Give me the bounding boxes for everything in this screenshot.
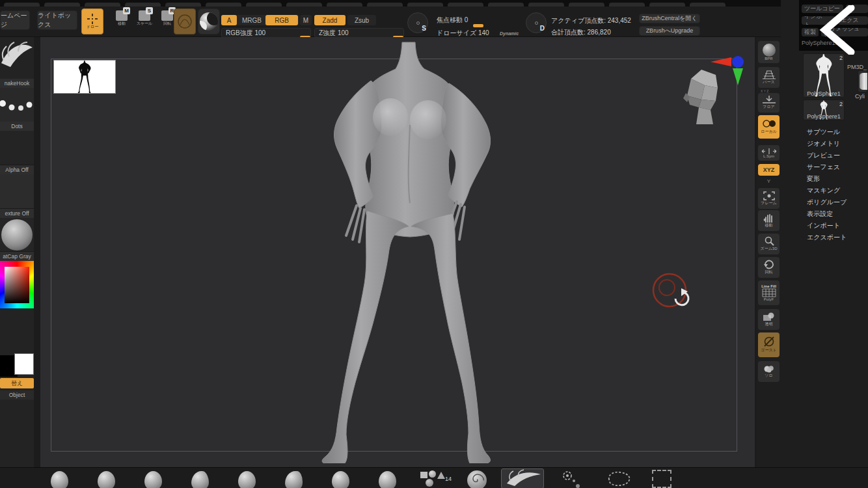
alpha-selector[interactable] (0, 131, 34, 165)
brush-thumb[interactable] (285, 471, 303, 488)
figure-silhouette-icon (54, 61, 115, 93)
focal-shift-slider[interactable]: 焦点移動 0 (433, 15, 520, 25)
current-brush-button[interactable] (174, 8, 196, 34)
canvas-viewport[interactable] (40, 37, 755, 467)
sphere-icon (426, 479, 433, 487)
stroke-type-thumb[interactable] (558, 469, 582, 488)
section-import[interactable]: インポート (804, 220, 847, 232)
scale-icon: S (139, 10, 150, 21)
object-label[interactable]: Object (0, 390, 34, 400)
material-selector[interactable] (0, 218, 34, 252)
selected-brush-thumb[interactable] (501, 468, 544, 488)
solo-cloud-icon (763, 364, 776, 373)
x-axis-cone[interactable] (711, 57, 731, 66)
scale-mode-button[interactable]: S スケール (135, 10, 154, 33)
move-mode-button[interactable]: M 移動 (112, 10, 131, 33)
draw-crosshair-icon (87, 14, 98, 24)
document-preview-thumb[interactable] (53, 60, 116, 94)
lightbox-button[interactable]: ライトボックス (37, 10, 77, 30)
brush-thumb[interactable] (191, 471, 209, 488)
dynamic-label[interactable]: Dynamic (500, 31, 519, 36)
frame-button[interactable]: フレーム (758, 188, 780, 209)
back-chevron-overlay[interactable] (813, 5, 859, 55)
zadd-toggle[interactable]: Zadd (314, 15, 346, 25)
local-button[interactable]: ローカル (758, 115, 780, 139)
a-toggle[interactable]: A (221, 15, 237, 25)
perspective-button[interactable]: パース (758, 67, 780, 88)
texture-selector[interactable] (0, 174, 34, 209)
move-view-button[interactable]: 移動 (758, 210, 780, 231)
solo-button[interactable]: ソロ (758, 361, 780, 382)
y-sym-label: Y (767, 178, 770, 184)
section-geometry[interactable]: ジオメトリ (804, 138, 847, 150)
section-masking[interactable]: マスキング (804, 185, 847, 197)
mrgb-toggle[interactable]: MRGB (242, 17, 262, 24)
y-axis-cone[interactable] (733, 68, 743, 85)
active-tool-thumb[interactable]: 2 PolySphere1 (803, 53, 845, 98)
section-preview[interactable]: プレビュー (804, 150, 847, 161)
rgb-toggle[interactable]: RGB (265, 15, 298, 25)
section-subtool[interactable]: サブツール (804, 126, 847, 138)
switch-color-button[interactable]: 替え (0, 378, 34, 388)
perspective-icon (762, 70, 776, 79)
tool-thumb-2[interactable]: 2 PolySphere1 (803, 100, 845, 120)
section-surface[interactable]: サーフェス (804, 161, 847, 173)
brush-thumb[interactable] (238, 471, 256, 488)
sculptris-gyro-button[interactable]: S (407, 12, 428, 33)
solo-label: ソロ (765, 373, 772, 379)
y-sym-button[interactable]: Y (758, 177, 780, 185)
m-toggle[interactable]: M (300, 15, 312, 25)
primary-color-swatch[interactable] (14, 353, 34, 375)
rgb-intensity-slider[interactable]: RGB強度 100 (221, 28, 311, 38)
brush-thumb[interactable] (332, 471, 349, 488)
ghost-button[interactable]: ゴースト (758, 332, 780, 357)
section-polygroups[interactable]: ポリグループ (804, 197, 847, 208)
current-material-button[interactable] (198, 8, 220, 34)
brush-thumb[interactable] (144, 471, 162, 488)
color-picker[interactable] (0, 261, 34, 309)
transparency-button[interactable]: 透明 (758, 309, 780, 330)
cylinder-tool-thumb[interactable] (858, 70, 868, 92)
right-shelf: BPR パース X Y Z フロア ローカル L.Sym XYZ Y フレーム … (757, 37, 781, 467)
lsym-button[interactable]: L.Sym (758, 145, 780, 161)
stroke-selector[interactable] (0, 88, 34, 122)
transparency-icon (763, 312, 776, 321)
dynamic-gyro-button[interactable]: D (526, 12, 547, 33)
alpha-name-label: Alpha Off (0, 165, 34, 174)
switch-color-label: 替え (11, 379, 23, 388)
section-export[interactable]: エクスポート (804, 232, 847, 243)
rotate-view-button[interactable]: 回転 (758, 257, 780, 278)
brush-thumb[interactable] (379, 471, 396, 488)
brush-selector[interactable] (0, 37, 34, 79)
polyframe-button[interactable]: Line Fill PolyF (758, 280, 780, 305)
floor-button[interactable]: フロア (758, 93, 780, 113)
primitives-thumb[interactable]: 14 (420, 470, 453, 488)
draw-mode-button[interactable]: ドロー (81, 8, 103, 34)
spiral-thumb[interactable] (467, 470, 487, 488)
rotate-icon: R (161, 10, 173, 21)
rgb-intensity-label: RGB強度 100 (226, 29, 265, 38)
rect-marquee-thumb[interactable] (652, 470, 671, 488)
bpr-button[interactable]: BPR (758, 41, 780, 63)
z-axis-dot[interactable] (732, 56, 744, 68)
z-intensity-slider[interactable]: Z強度 100 (314, 28, 404, 38)
sv-square[interactable] (5, 267, 29, 303)
axis-gizmo[interactable] (709, 55, 753, 88)
cylinder-name-label: Cyli (855, 93, 865, 100)
brush-thumb[interactable] (98, 471, 115, 488)
upgrade-button[interactable]: ZBrushへUpgrade (639, 26, 700, 36)
lasso-thumb[interactable] (605, 469, 632, 488)
section-display[interactable]: 表示設定 (804, 208, 847, 220)
section-deformation[interactable]: 変形 (804, 173, 847, 185)
primitive-count-label: 14 (445, 476, 452, 482)
wireframe-grid-icon (762, 288, 776, 297)
open-zbrushcentral-button[interactable]: ZBrushCentralを開く (639, 14, 700, 23)
focal-shift-handle[interactable] (473, 24, 483, 27)
xyz-button[interactable]: XYZ (758, 164, 780, 176)
zoom3d-button[interactable]: ズーム3D (758, 234, 780, 254)
cylinder-icon (860, 73, 868, 90)
brush-thumb[interactable] (51, 471, 68, 488)
zsub-toggle[interactable]: Zsub (347, 15, 376, 25)
homepage-button[interactable]: ームページ (0, 10, 30, 30)
sculpt-model-figure[interactable] (306, 40, 514, 463)
